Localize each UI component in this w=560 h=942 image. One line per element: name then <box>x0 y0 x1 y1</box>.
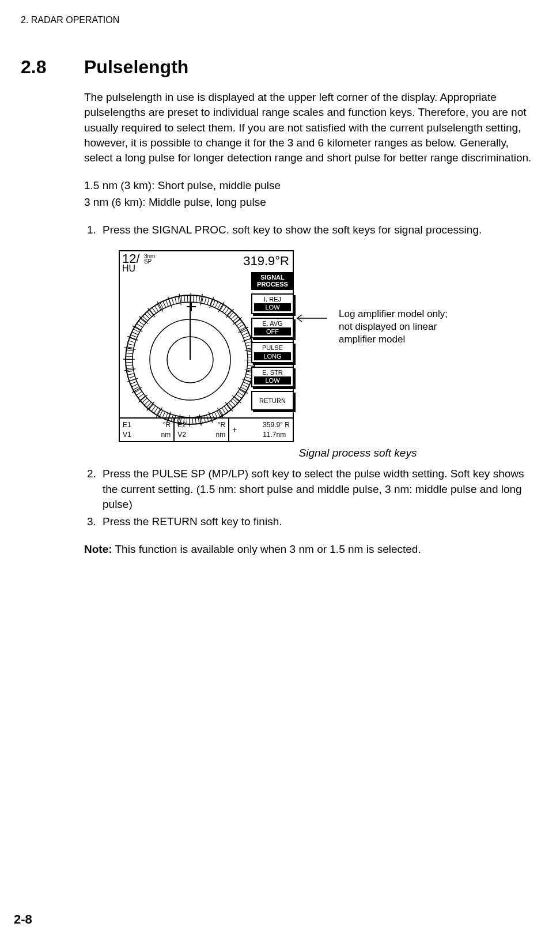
note-text: This function is available only when 3 n… <box>112 543 421 555</box>
step-1: Press the SIGNAL PROC. soft key to show … <box>99 223 539 238</box>
softkey-header: SIGNALPROCESS <box>251 272 294 290</box>
softkey-return[interactable]: RETURN <box>251 391 294 410</box>
softkey-estr[interactable]: E. STR LOW <box>251 367 294 387</box>
softkey-eavg[interactable]: E. AVG OFF <box>251 318 294 338</box>
figure: 12/ 3nmSP HU 319.9°R <box>119 250 539 461</box>
step-3: Press the RETURN soft key to finish. <box>99 514 539 529</box>
section-title: Pulselength <box>84 54 188 80</box>
callout-arrow <box>294 312 328 324</box>
note: Note: This function is available only wh… <box>84 542 539 557</box>
running-head: 2. RADAR OPERATION <box>21 14 539 27</box>
pulse-line-2: 3 nm (6 km): Middle pulse, long pulse <box>84 195 539 210</box>
procedure-list-cont: Press the PULSE SP (MP/LP) soft key to s… <box>84 466 539 529</box>
range-super: 3nmSP <box>144 254 155 264</box>
procedure-list: Press the SIGNAL PROC. soft key to show … <box>84 223 539 238</box>
radar-display: 12/ 3nmSP HU 319.9°R <box>119 250 294 442</box>
step-2: Press the PULSE SP (MP/LP) soft key to s… <box>99 466 539 512</box>
section-number: 2.8 <box>21 54 84 80</box>
pulse-line-1: 1.5 nm (3 km): Short pulse, middle pulse <box>84 178 539 193</box>
softkey-irej[interactable]: I. REJ LOW <box>251 293 294 314</box>
note-label: Note: <box>84 543 112 555</box>
intro-paragraph: The pulselength in use is displayed at t… <box>84 90 539 165</box>
radar-dial <box>121 291 259 429</box>
section-heading: 2.8 Pulselength <box>21 54 539 80</box>
softkey-panel: SIGNALPROCESS I. REJ LOW E. AVG OFF PULS… <box>251 272 294 410</box>
figure-caption: Signal process soft keys <box>176 446 539 461</box>
radar-top-row: 12/ 3nmSP HU 319.9°R <box>120 251 293 273</box>
softkey-pulse[interactable]: PULSE LONG <box>251 342 294 363</box>
heading-readout: 319.9°R <box>243 253 289 273</box>
callout-text: Log amplifier model only; not displayed … <box>339 308 477 346</box>
